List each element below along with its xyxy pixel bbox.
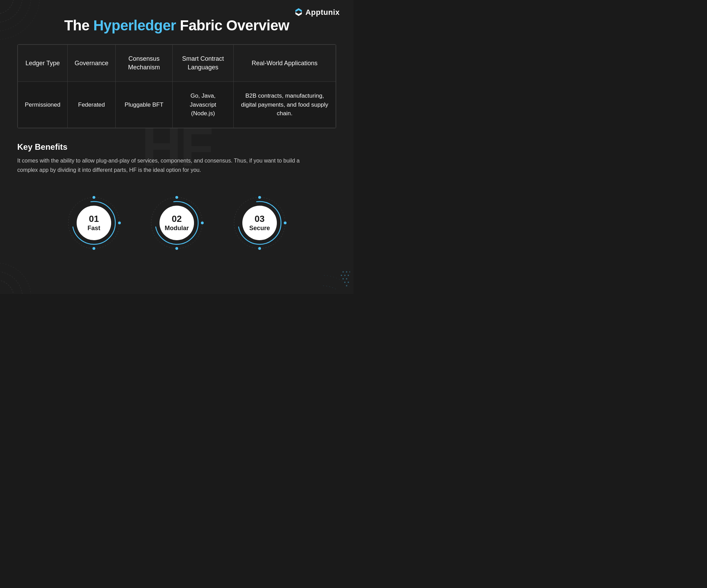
- circle-content-02: 02 Modular: [165, 214, 189, 232]
- circle-item-02: 02 Modular: [149, 195, 204, 251]
- col-header-ledger: Ledger Type: [18, 45, 68, 82]
- circle-item-01: 01 Fast: [66, 195, 122, 251]
- svg-point-30: [341, 275, 342, 276]
- main-title: The Hyperledger Fabric Overview: [17, 17, 336, 34]
- svg-point-26: [322, 275, 350, 289]
- circle-label-03: Secure: [249, 225, 270, 232]
- svg-point-29: [349, 271, 350, 273]
- col-header-applications: Real-World Applications: [234, 45, 336, 82]
- logo-area: Apptunix: [294, 8, 340, 17]
- svg-point-36: [348, 282, 349, 283]
- circles-row: 01 Fast 02 Modular: [17, 195, 336, 257]
- svg-point-5: [0, 272, 22, 294]
- svg-point-4: [0, 280, 14, 294]
- col-header-consensus: Consensus Mechanism: [116, 45, 173, 82]
- title-highlight: Hyperledger: [93, 17, 176, 33]
- title-prefix: The: [64, 17, 93, 33]
- circle-content-03: 03 Secure: [249, 214, 270, 232]
- table-header-row: Ledger Type Governance Consensus Mechani…: [18, 45, 336, 82]
- svg-point-34: [346, 278, 347, 280]
- svg-point-21: [258, 196, 261, 199]
- svg-point-31: [344, 275, 346, 276]
- svg-point-22: [284, 222, 287, 224]
- deco-bottom-right: [322, 268, 350, 291]
- svg-point-37: [346, 285, 347, 286]
- svg-point-33: [342, 278, 344, 280]
- svg-point-25: [322, 286, 350, 289]
- svg-point-11: [93, 247, 95, 250]
- svg-point-35: [344, 282, 346, 283]
- title-section: The Hyperledger Fabric Overview: [17, 10, 336, 44]
- svg-point-15: [175, 196, 178, 199]
- svg-point-23: [258, 247, 261, 250]
- col-header-smartcontract: Smart Contract Languages: [173, 45, 234, 82]
- logo-text: Apptunix: [306, 8, 340, 17]
- table-wrapper: Ledger Type Governance Consensus Mechani…: [17, 44, 336, 128]
- svg-point-10: [118, 222, 121, 224]
- svg-point-17: [175, 247, 178, 250]
- table-row: Permissioned Federated Pluggable BFT Go,…: [18, 82, 336, 128]
- cell-consensus: Pluggable BFT: [116, 82, 173, 128]
- deco-bottom-left: [0, 253, 41, 294]
- page-wrapper: HF Apptunix The Hyperledger Fabric Overv…: [0, 0, 354, 294]
- circle-label-02: Modular: [165, 225, 189, 232]
- circle-container-01: 01 Fast: [66, 195, 122, 251]
- svg-point-28: [346, 271, 347, 273]
- cell-applications: B2B contracts, manufacturing, digital pa…: [234, 82, 336, 128]
- svg-point-9: [93, 196, 95, 199]
- cell-ledger-type: Permissioned: [18, 82, 68, 128]
- logo-icon: [294, 8, 303, 17]
- svg-point-16: [201, 222, 204, 224]
- cell-smartcontract: Go, Java, Javascript (Node.js): [173, 82, 234, 128]
- circle-number-01: 01: [87, 214, 100, 223]
- circle-content-01: 01 Fast: [87, 214, 100, 232]
- data-table: Ledger Type Governance Consensus Mechani…: [18, 45, 336, 128]
- circle-label-01: Fast: [87, 225, 100, 232]
- svg-point-32: [348, 275, 349, 276]
- benefits-title: Key Benefits: [17, 142, 336, 152]
- svg-point-27: [342, 271, 344, 273]
- circle-number-03: 03: [249, 214, 270, 223]
- circle-container-03: 03 Secure: [232, 195, 287, 251]
- circle-number-02: 02: [165, 214, 189, 223]
- circle-container-02: 02 Modular: [149, 195, 204, 251]
- svg-point-6: [0, 263, 31, 294]
- benefits-text: It comes with the ability to allow plug-…: [17, 156, 300, 175]
- svg-point-0: [0, 0, 14, 14]
- cell-governance: Federated: [68, 82, 116, 128]
- col-header-governance: Governance: [68, 45, 116, 82]
- circle-item-03: 03 Secure: [232, 195, 287, 251]
- title-suffix: Fabric Overview: [176, 17, 289, 33]
- benefits-section: Key Benefits It comes with the ability t…: [17, 142, 336, 185]
